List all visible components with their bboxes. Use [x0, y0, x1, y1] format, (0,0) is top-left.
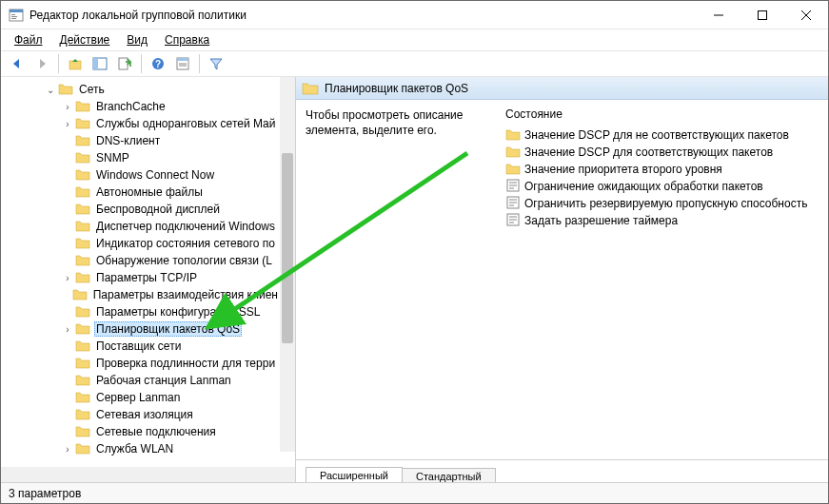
tree-label: SNMP	[94, 151, 131, 165]
list-item-label: Задать разрешение таймера	[524, 214, 678, 227]
tree-label: Сервер Lanman	[94, 391, 182, 404]
tree-label: Обнаружение топологии связи (L	[94, 254, 274, 267]
maximize-button[interactable]	[740, 1, 784, 29]
svg-rect-1	[10, 10, 23, 12]
help-button[interactable]: ?	[148, 53, 168, 74]
tree-hscrollbar[interactable]	[1, 467, 295, 482]
menu-file[interactable]: Файл	[7, 31, 50, 48]
svg-text:?: ?	[155, 59, 161, 69]
menu-action[interactable]: Действие	[52, 31, 118, 48]
up-folder-button[interactable]	[65, 53, 86, 74]
app-icon	[9, 8, 24, 23]
tree-vscrollbar[interactable]	[280, 77, 295, 452]
folder-icon	[302, 81, 319, 96]
svg-rect-16	[177, 58, 188, 61]
content-header: Планировщик пакетов QoS	[296, 77, 828, 100]
tree-label: Сетевые подключения	[94, 425, 218, 438]
svg-rect-4	[11, 18, 16, 19]
tree-label: Беспроводной дисплей	[94, 203, 222, 216]
tree-label: Сетевая изоляция	[94, 408, 195, 421]
tree-item[interactable]: ›Параметры TCP/IP	[1, 269, 280, 286]
expand-icon[interactable]: ›	[62, 118, 73, 129]
svg-rect-12	[119, 58, 128, 69]
tree-label: DNS-клиент	[94, 134, 162, 147]
tree-item[interactable]: Индикатор состояния сетевого по	[1, 235, 280, 252]
tree-item[interactable]: Параметры конфигурации SSL	[1, 303, 280, 320]
tree-item[interactable]: DNS-клиент	[1, 132, 280, 149]
tree-item[interactable]: Сетевые подключения	[1, 423, 280, 440]
tree-label: Служба WLAN	[94, 442, 175, 456]
tree-item[interactable]: Рабочая станция Lanman	[1, 372, 280, 389]
content-body: Чтобы просмотреть описание элемента, выд…	[296, 100, 828, 459]
tree-label: Диспетчер подключений Windows	[94, 220, 277, 233]
tree-item[interactable]: Windows Connect Now	[1, 166, 280, 184]
expand-icon[interactable]: ›	[62, 272, 73, 283]
content-pane: Планировщик пакетов QoS Чтобы просмотрет…	[296, 77, 828, 482]
tree-label: Сеть	[77, 83, 107, 96]
tree-label: Рабочая станция Lanman	[94, 374, 233, 387]
menu-help[interactable]: Справка	[157, 31, 217, 48]
window-controls	[697, 1, 828, 29]
list-item-label: Ограничить резервируемую пропускную спос…	[524, 197, 807, 210]
settings-list: Состояние Значение DSCP для не соответст…	[505, 107, 819, 452]
tree-label: Проверка подлинности для терри	[94, 357, 277, 370]
setting-icon	[505, 212, 521, 230]
back-button[interactable]	[7, 53, 28, 74]
menu-view[interactable]: Вид	[119, 31, 155, 48]
tree-label: Windows Connect Now	[94, 168, 216, 182]
tree-label: BranchCache	[94, 100, 168, 113]
tree-item[interactable]: Параметры взаимодействия клиен	[1, 286, 280, 303]
list-item[interactable]: Ограничение ожидающих обработки пакетов	[505, 178, 819, 195]
tree-item[interactable]: Беспроводной дисплей	[1, 201, 280, 218]
tree-item[interactable]: SNMP	[1, 149, 280, 166]
tab-extended[interactable]: Расширенный	[306, 467, 403, 482]
tree-item[interactable]: Проверка подлинности для терри	[1, 355, 280, 372]
expand-icon[interactable]: ›	[62, 101, 73, 112]
description-text: Чтобы просмотреть описание элемента, выд…	[306, 107, 477, 138]
list-item[interactable]: Значение DSCP для не соответствующих пак…	[505, 126, 819, 144]
list-item-label: Значение DSCP для соответствующих пакето…	[524, 145, 773, 159]
tree-item[interactable]: Обнаружение топологии связи (L	[1, 252, 280, 269]
show-hide-tree-button[interactable]	[89, 53, 110, 74]
view-tabs: Расширенный Стандартный	[296, 459, 828, 482]
setting-icon	[505, 178, 521, 196]
tree-item[interactable]: Сетевая изоляция	[1, 406, 280, 423]
tree-item-root[interactable]: ⌄Сеть	[1, 81, 280, 98]
content-header-title: Планировщик пакетов QoS	[325, 82, 468, 95]
menubar: Файл Действие Вид Справка	[1, 29, 828, 50]
list-item[interactable]: Задать разрешение таймера	[505, 212, 819, 229]
tree-item[interactable]: ›Служба WLAN	[1, 440, 280, 457]
tree-item[interactable]: ›Службы одноранговых сетей Май	[1, 115, 280, 132]
forward-button[interactable]	[31, 53, 52, 74]
tree-label: Планировщик пакетов QoS	[94, 321, 242, 337]
svg-rect-11	[93, 58, 98, 69]
minimize-button[interactable]	[697, 1, 740, 29]
list-item[interactable]: Значение DSCP для соответствующих пакето…	[505, 144, 819, 161]
tree-item[interactable]: ›Планировщик пакетов QoS	[1, 320, 280, 338]
tree-item[interactable]: Поставщик сети	[1, 338, 280, 355]
tree-item[interactable]: Автономные файлы	[1, 184, 280, 201]
expand-icon[interactable]: ›	[62, 443, 73, 455]
tab-standard[interactable]: Стандартный	[402, 468, 496, 482]
collapse-icon[interactable]: ⌄	[45, 84, 56, 95]
export-button[interactable]	[114, 53, 135, 74]
tree[interactable]: ⌄Сеть›BranchCache›Службы одноранговых се…	[1, 77, 280, 461]
tree-item[interactable]: ›BranchCache	[1, 98, 280, 115]
close-button[interactable]	[784, 1, 828, 29]
list-item[interactable]: Ограничить резервируемую пропускную спос…	[505, 195, 819, 212]
tree-item[interactable]: Сервер Lanman	[1, 389, 280, 406]
statusbar: 3 параметров	[1, 482, 828, 503]
list-item[interactable]: Значение приоритета второго уровня	[505, 161, 819, 178]
filter-button[interactable]	[206, 53, 227, 74]
window-title: Редактор локальной групповой политики	[30, 9, 697, 22]
svg-rect-6	[759, 10, 767, 19]
tree-label: Автономные файлы	[94, 185, 205, 199]
titlebar: Редактор локальной групповой политики	[1, 1, 828, 29]
properties-button[interactable]	[172, 53, 193, 74]
tree-vscroll-thumb[interactable]	[282, 153, 293, 343]
tree-item[interactable]: Диспетчер подключений Windows	[1, 218, 280, 235]
tree-pane: ⌄Сеть›BranchCache›Службы одноранговых се…	[1, 77, 296, 482]
list-item-label: Ограничение ожидающих обработки пакетов	[524, 180, 763, 193]
expand-icon[interactable]: ›	[62, 323, 73, 335]
status-text: 3 параметров	[9, 487, 81, 500]
